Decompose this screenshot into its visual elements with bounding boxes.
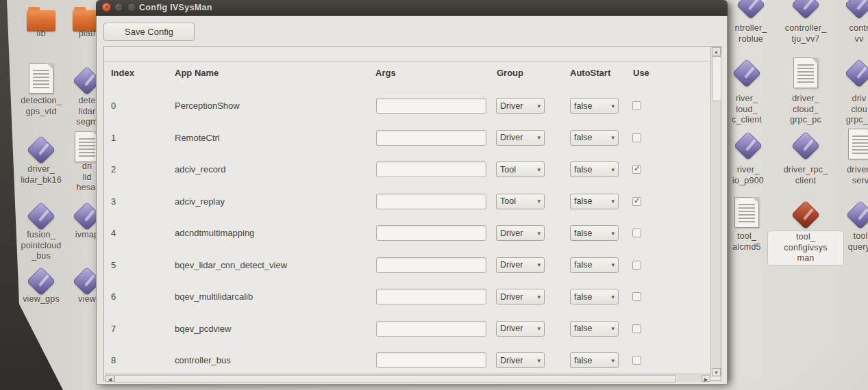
group-select[interactable]: Driver▾ [496,257,545,273]
row-app-name: adcndtmultimapping [175,228,254,238]
app-diamond-icon [25,265,57,297]
table-row: 3adciv_replayTool▾false▾ [104,186,710,218]
desktop-icon[interactable]: contrvv [827,0,868,21]
vertical-scroll-thumb[interactable] [712,56,721,101]
group-select[interactable]: Driver▾ [496,98,545,114]
group-select-value: Driver [500,292,523,302]
icon-label-line: vv [821,34,868,45]
args-input[interactable] [376,130,486,146]
use-checkbox[interactable] [632,133,641,142]
scroll-up-icon[interactable]: ▲ [712,47,721,55]
app-diamond-icon [843,57,868,89]
desktop-icon[interactable]: drivclougrpc_s [827,57,868,89]
autostart-select[interactable]: false▾ [570,130,619,146]
app-diamond-icon [790,199,821,231]
args-input[interactable] [376,161,486,177]
row-app-name: bqev_pcdview [175,324,231,334]
desktop: libplatfdetection_gps_vtddetelidarsegmdr… [0,0,868,390]
maximize-icon[interactable] [127,3,136,12]
autostart-select-value: false [574,229,592,238]
app-diamond-icon [735,0,767,21]
window-title: Config IVSysMan [139,0,212,15]
args-input[interactable] [376,98,486,114]
screen-bezel-edge [0,0,69,390]
args-input[interactable] [376,225,486,241]
table-row: 8controller_busDriver▾false▾ [104,345,710,372]
autostart-select-value: false [574,133,592,142]
use-checkbox[interactable] [632,324,641,333]
autostart-select[interactable]: false▾ [570,98,619,114]
document-icon [793,57,818,88]
minimize-icon[interactable] [114,3,123,12]
chevron-down-icon: ▾ [537,198,541,205]
header-app-name: App Name [175,68,219,78]
autostart-select-value: false [574,196,592,206]
scroll-down-icon[interactable]: ▼ [712,368,721,376]
autostart-select[interactable]: false▾ [570,352,619,368]
group-select[interactable]: Driver▾ [496,352,545,368]
use-checkbox[interactable] [632,165,641,174]
chevron-down-icon: ▾ [537,103,541,109]
autostart-select[interactable]: false▾ [570,289,619,304]
autostart-select[interactable]: false▾ [570,225,619,241]
autostart-select[interactable]: false▾ [570,257,619,273]
group-select[interactable]: Driver▾ [496,225,545,241]
icon-label: driver_serv [823,165,868,186]
group-select[interactable]: Tool▾ [496,161,545,177]
group-select[interactable]: Driver▾ [496,321,545,337]
icon-label-line: tool [823,231,868,242]
icon-label: drivclougrpc_s [821,94,868,126]
group-select[interactable]: Driver▾ [496,130,545,146]
use-checkbox[interactable] [632,229,641,237]
table-row: 6bqev_multilidarcalibDriver▾false▾ [104,281,710,313]
use-checkbox[interactable] [632,197,641,206]
app-diamond-icon [790,130,821,161]
use-checkbox[interactable] [632,261,641,270]
chevron-down-icon: ▾ [537,325,541,332]
close-icon[interactable] [102,3,111,12]
scroll-right-icon[interactable]: ▶ [702,375,710,382]
args-input[interactable] [376,321,486,337]
scroll-left-icon[interactable]: ◀ [106,375,114,382]
use-checkbox[interactable] [632,356,641,365]
chevron-down-icon: ▾ [611,261,615,268]
row-app-name: adciv_record [175,164,225,174]
table-row: 0PerceptionShowDriver▾false▾ [104,90,710,122]
use-checkbox[interactable] [632,292,641,301]
table-row: 1RemoteCtrlDriver▾false▾ [104,122,710,154]
args-input[interactable] [376,257,486,273]
header-args: Args [375,68,396,78]
group-select-value: Driver [500,260,523,270]
group-select-value: Driver [500,133,523,142]
panel-divider [104,61,710,62]
titlebar[interactable]: Config IVSysMan [96,0,728,16]
args-input[interactable] [376,194,486,209]
icon-label-line: serv [823,176,868,187]
group-select-value: Driver [500,101,523,111]
autostart-select-value: false [574,260,592,270]
autostart-select[interactable]: false▾ [570,194,619,209]
use-checkbox[interactable] [632,101,641,110]
table-row: 7bqev_pcdviewDriver▾false▾ [104,313,710,345]
args-input[interactable] [376,289,486,304]
save-config-button[interactable]: Save Config [103,23,195,41]
app-diamond-icon [845,199,868,231]
args-input[interactable] [376,352,486,368]
table-row: 5bqev_lidar_cnn_detect_viewDriver▾false▾ [104,250,710,281]
horizontal-scrollbar[interactable]: ◀ ▶ [105,374,711,382]
chevron-down-icon: ▾ [611,103,615,109]
vertical-scrollbar[interactable]: ▲ ▼ [710,47,721,377]
icon-label: contrvv [821,23,868,44]
desktop-icon[interactable]: driver_serv [828,129,868,159]
desktop-icon[interactable]: toolqueryr [828,199,868,231]
autostart-select[interactable]: false▾ [570,161,619,177]
document-icon [848,129,868,159]
group-select[interactable]: Driver▾ [496,289,545,304]
app-diamond-icon [25,200,57,232]
autostart-select[interactable]: false▾ [570,321,619,337]
table-row: 2adciv_recordTool▾false▾ [104,154,710,185]
horizontal-scroll-thumb[interactable] [114,375,676,382]
icon-label-line: man [768,253,843,264]
row-index: 3 [111,196,116,207]
group-select[interactable]: Tool▾ [496,194,545,209]
